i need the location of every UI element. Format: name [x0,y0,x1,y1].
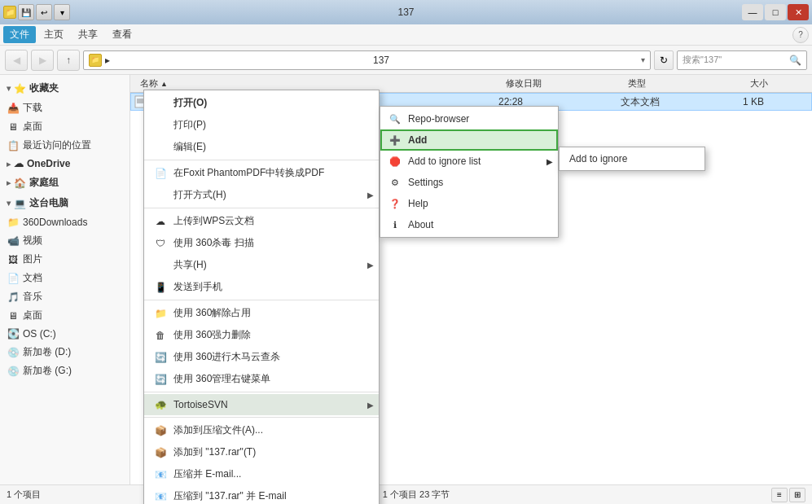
ctx-foxit[interactable]: 📄 在Foxit PhantomPDF中转换成PDF [144,162,379,184]
ignore-add-item[interactable]: Add to ignore [560,149,704,169]
address-bar-icon: 📁 [89,54,102,67]
breadcrumb-home: ▸ [105,55,370,66]
svn-settings[interactable]: ⚙ Settings [380,172,558,193]
back-button[interactable]: ◀ [5,50,28,71]
svn-help-icon: ❓ [388,197,402,210]
ctx-tortoise-svn[interactable]: 🐢 TortoiseSVN ▶ [144,394,379,415]
ctx-add-rar[interactable]: 📦 添加到 "137.rar"(T) [144,441,379,463]
quick-access-undo[interactable]: ↩ [36,4,52,20]
ctx-sep-3 [144,300,379,300]
ctx-open[interactable]: 打开(O) [144,92,379,114]
menu-share[interactable]: 共享 [72,26,104,43]
desktop-label: 桌面 [23,120,42,134]
address-path: 137 [373,55,638,66]
ctx-add-rar-icon: 📦 [154,446,167,459]
ctx-compress-email[interactable]: 📧 压缩并 E-mail... [144,463,379,485]
up-button[interactable]: ↑ [57,50,80,71]
ctx-360-delete[interactable]: 🗑 使用 360强力删除 [144,324,379,346]
col-header-name[interactable]: 名称 ▲ [134,77,499,90]
sidebar-section-homegroup[interactable]: ▸ 🏠 家庭组 [0,173,129,193]
svn-add[interactable]: ➕ Add [380,129,558,151]
favorites-expand-arrow: ▾ [7,84,11,93]
ctx-360-scan[interactable]: 🛡 使用 360杀毒 扫描 [144,232,379,254]
sidebar-item-documents[interactable]: 📄 文档 [0,269,129,287]
sidebar-section-favorites[interactable]: ▾ ⭐ 收藏夹 [0,78,129,99]
ctx-send-phone-label: 发送到手机 [173,280,222,294]
view-list-button[interactable]: ≡ [771,488,788,502]
drive-d-icon: 💿 [7,346,20,359]
ctx-add-rar-label: 添加到 "137.rar"(T) [173,445,256,459]
ctx-share[interactable]: 共享(H) ▶ [144,254,379,276]
window-title: 137 [397,7,414,18]
forward-button[interactable]: ▶ [31,50,54,71]
svn-add-icon: ➕ [388,134,402,147]
quick-access-save[interactable]: 💾 [18,4,34,20]
search-bar[interactable]: 搜索"137" 🔍 [677,50,807,70]
ctx-sep-1 [144,160,379,160]
svn-add-ignore-arrow: ▶ [546,157,553,166]
sidebar-item-desktop2[interactable]: 🖥 桌面 [0,306,129,325]
sidebar-item-os-c[interactable]: 💽 OS (C:) [0,325,129,343]
minimize-button[interactable]: — [742,4,763,20]
os-c-icon: 💽 [7,327,20,340]
sidebar-section-thispc[interactable]: ▾ 💻 这台电脑 [0,193,129,213]
svn-repo-browser[interactable]: 🔍 Repo-browser [380,108,558,129]
svn-add-ignore-icon: 🛑 [388,155,402,168]
ctx-compress-rar-email[interactable]: 📧 压缩到 "137.rar" 并 E-mail [144,485,379,504]
help-button[interactable]: ? [792,27,809,43]
ctx-wps-upload[interactable]: ☁ 上传到WPS云文档 [144,210,379,232]
maximize-button[interactable]: □ [765,4,786,20]
address-dropdown-arrow[interactable]: ▾ [641,55,645,64]
view-detail-button[interactable]: ⊞ [789,488,805,502]
ignore-add-label: Add to ignore [569,153,627,164]
svn-add-ignore[interactable]: 🛑 Add to ignore list ▶ [380,151,558,172]
address-bar[interactable]: 📁 ▸ 137 ▾ [83,50,651,70]
ctx-360-unlock[interactable]: 📁 使用 360解除占用 [144,302,379,324]
menu-file[interactable]: 文件 [3,26,36,43]
col-header-size[interactable]: 大小 [744,77,809,90]
os-c-label: OS (C:) [23,328,56,340]
sidebar-item-recent[interactable]: 📋 最近访问的位置 [0,136,129,155]
menu-home[interactable]: 主页 [37,26,70,43]
ctx-foxit-label: 在Foxit PhantomPDF中转换成PDF [173,166,324,180]
sidebar-item-videos[interactable]: 📹 视频 [0,231,129,250]
ctx-360-menu[interactable]: 🔄 使用 360管理右键菜单 [144,368,379,390]
ctx-add-archive[interactable]: 📦 添加到压缩文件(A)... [144,419,379,441]
sidebar-item-downloads[interactable]: 📥 下载 [0,99,129,117]
svn-help[interactable]: ❓ Help [380,193,558,214]
ctx-edit[interactable]: 编辑(E) [144,136,379,158]
ctx-compress-rar-email-label: 压缩到 "137.rar" 并 E-mail [173,489,287,503]
quick-access-dropdown[interactable]: ▾ [54,4,70,20]
search-icon[interactable]: 🔍 [789,55,801,66]
sidebar-item-music[interactable]: 🎵 音乐 [0,287,129,306]
svn-about[interactable]: ℹ About [380,214,558,235]
close-button[interactable]: ✕ [788,4,809,20]
main-window: 📁 💾 ↩ ▾ 137 — □ ✕ 文件 主页 共享 查看 ? ◀ ▶ ↑ 📁 … [0,0,812,504]
drive-g-icon: 💿 [7,365,20,378]
favorites-label: 收藏夹 [29,81,59,95]
refresh-button[interactable]: ↻ [654,50,674,70]
sidebar-section-onedrive[interactable]: ▸ ☁ OneDrive [0,155,129,173]
sidebar: ▾ ⭐ 收藏夹 📥 下载 🖥 桌面 📋 最近访问的位置 ▸ ☁ OneDrive [0,75,130,484]
menu-view[interactable]: 查看 [106,26,138,43]
sidebar-item-pictures[interactable]: 🖼 图片 [0,250,129,269]
ctx-open-with[interactable]: 打开方式(H) ▶ [144,184,379,206]
svn-about-label: About [408,219,433,230]
ctx-wps-icon: ☁ [154,215,167,228]
ctx-send-phone[interactable]: 📱 发送到手机 [144,276,379,298]
sidebar-item-360downloads[interactable]: 📁 360Downloads [0,213,129,231]
ctx-360-trojan[interactable]: 🔄 使用 360进行木马云查杀 [144,346,379,368]
sidebar-item-desktop[interactable]: 🖥 桌面 [0,117,129,136]
sidebar-item-drive-d[interactable]: 💿 新加卷 (D:) [0,343,129,362]
ctx-print[interactable]: 打印(P) [144,114,379,136]
ctx-open-icon [154,97,167,110]
svn-help-label: Help [408,198,428,209]
sidebar-item-drive-g[interactable]: 💿 新加卷 (G:) [0,362,129,380]
col-header-type[interactable]: 类型 [621,77,744,90]
svn-about-icon: ℹ [388,218,402,231]
downloads-label: 下载 [23,101,42,115]
col-header-date[interactable]: 修改日期 [499,77,621,90]
desktop2-icon: 🖥 [7,309,20,322]
ctx-360-unlock-label: 使用 360解除占用 [173,306,251,320]
ctx-360-scan-label: 使用 360杀毒 扫描 [173,236,254,250]
